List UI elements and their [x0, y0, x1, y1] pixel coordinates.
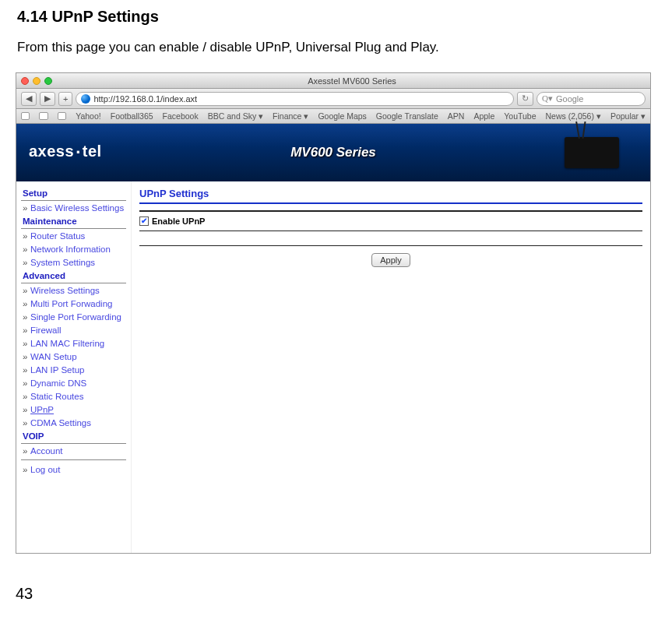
back-button[interactable]: ◀ [21, 92, 37, 106]
bookmark-item[interactable]: Yahoo! [76, 111, 101, 121]
add-bookmark-button[interactable]: + [58, 92, 72, 106]
nav-single-port[interactable]: »Single Port Forwarding [21, 310, 126, 323]
nav-system-settings[interactable]: »System Settings [21, 255, 126, 269]
doc-intro-text: From this page you can enable / disable … [17, 40, 656, 55]
forward-button[interactable]: ▶ [40, 92, 55, 106]
bookmark-item[interactable]: News (2,056) ▾ [546, 111, 601, 121]
close-icon[interactable] [21, 77, 29, 85]
panel-title: UPnP Settings [139, 186, 642, 202]
brand-logo: axess·tel [29, 143, 102, 163]
nav-divider [21, 459, 126, 460]
page-banner: axess·tel MV600 Series [16, 124, 650, 181]
nav-upnp[interactable]: »UPnP [21, 403, 126, 416]
nav-section-voip: VOIP [21, 429, 126, 444]
nav-firewall[interactable]: »Firewall [21, 323, 126, 336]
reading-list-icon[interactable] [39, 112, 47, 120]
antenna-icon [582, 121, 586, 139]
zoom-icon[interactable] [44, 77, 52, 85]
nav-account[interactable]: »Account [21, 444, 126, 457]
bookmark-item[interactable]: Popular ▾ [610, 111, 646, 121]
bookmark-item[interactable]: Football365 [111, 111, 153, 121]
nav-router-status[interactable]: »Router Status [21, 229, 126, 242]
nav-lan-ip[interactable]: »LAN IP Setup [21, 363, 126, 376]
browser-toolbar: ◀ ▶ + http://192.168.0.1/index.axt ↻ Q▾ … [16, 89, 650, 109]
sidebar-nav: Setup »Basic Wireless Settings Maintenan… [16, 181, 132, 553]
nav-static-routes[interactable]: »Static Routes [21, 389, 126, 403]
topsites-icon[interactable] [58, 112, 66, 120]
content-panel: UPnP Settings ✔ Enable UPnP Apply [132, 181, 650, 553]
nav-network-info[interactable]: »Network Information [21, 242, 126, 255]
product-series: MV600 Series [290, 145, 376, 160]
divider [139, 231, 642, 231]
browser-window: Axesstel MV600 Series ◀ ▶ + http://192.1… [16, 72, 651, 554]
bookmark-item[interactable]: YouTube [504, 111, 536, 121]
reload-button[interactable]: ↻ [517, 92, 533, 106]
url-text: http://192.168.0.1/index.axt [93, 94, 197, 104]
doc-heading: 4.14 UPnP Settings [17, 8, 656, 26]
device-image [565, 137, 619, 168]
divider [139, 210, 642, 212]
bookmarks-menu-icon[interactable] [21, 112, 30, 120]
nav-wan-setup[interactable]: »WAN Setup [21, 350, 126, 363]
nav-section-setup: Setup [21, 186, 126, 201]
apply-button[interactable]: Apply [371, 253, 410, 267]
page-number: 43 [16, 585, 656, 603]
window-title: Axesstel MV600 Series [58, 76, 646, 86]
nav-ddns[interactable]: »Dynamic DNS [21, 376, 126, 389]
traffic-lights [21, 77, 52, 85]
window-titlebar: Axesstel MV600 Series [16, 73, 650, 89]
bookmark-item[interactable]: Google Translate [376, 111, 438, 121]
panel-title-underline [139, 202, 642, 204]
nav-lan-mac[interactable]: »LAN MAC Filtering [21, 336, 126, 350]
brand-left: axess [29, 143, 74, 160]
bookmark-item[interactable]: Google Maps [318, 111, 366, 121]
bookmark-item[interactable]: BBC and Sky ▾ [208, 111, 263, 121]
bookmarks-bar: Yahoo! Football365 Facebook BBC and Sky … [16, 109, 650, 124]
bookmark-item[interactable]: Apple [473, 111, 494, 121]
search-icon: Q▾ [542, 93, 553, 104]
brand-dot-icon: · [76, 143, 81, 163]
divider [139, 245, 642, 246]
nav-section-maintenance: Maintenance [21, 214, 126, 229]
bookmark-item[interactable]: Facebook [163, 111, 199, 121]
nav-wireless-settings[interactable]: »Wireless Settings [21, 283, 126, 297]
address-bar[interactable]: http://192.168.0.1/index.axt [76, 92, 514, 106]
bookmark-item[interactable]: Finance ▾ [273, 111, 308, 121]
nav-section-advanced: Advanced [21, 269, 126, 283]
search-placeholder: Google [556, 94, 583, 104]
search-field[interactable]: Q▾ Google [537, 92, 646, 106]
nav-logout[interactable]: »Log out [21, 463, 126, 476]
bookmark-item[interactable]: APN [448, 111, 465, 121]
enable-upnp-checkbox[interactable]: ✔ [139, 216, 149, 226]
nav-basic-wireless[interactable]: »Basic Wireless Settings [21, 201, 126, 214]
enable-upnp-label: Enable UPnP [152, 216, 205, 226]
brand-right: tel [83, 143, 102, 160]
minimize-icon[interactable] [33, 77, 40, 85]
antenna-icon [575, 121, 580, 139]
favicon-icon [81, 94, 90, 104]
nav-cdma[interactable]: »CDMA Settings [21, 416, 126, 429]
nav-multi-port[interactable]: »Multi Port Forwading [21, 297, 126, 310]
